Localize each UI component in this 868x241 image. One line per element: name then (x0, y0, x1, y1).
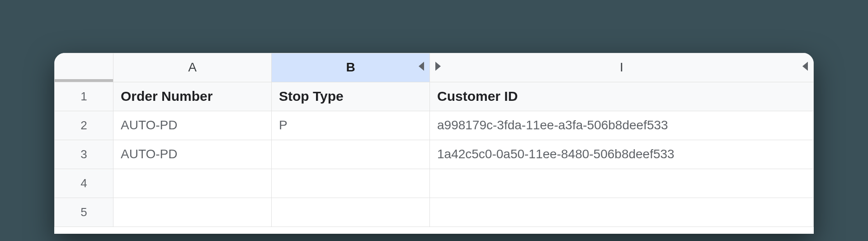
header-cell-customer-id[interactable]: Customer ID (430, 82, 814, 111)
spreadsheet-grid: A B I 1 Order Number Stop Type Customer … (54, 53, 814, 227)
header-cell-order-number[interactable]: Order Number (113, 82, 272, 111)
cell-a2[interactable]: AUTO-PD (113, 111, 272, 140)
collapse-left-icon[interactable] (419, 62, 424, 73)
cell-i3[interactable]: 1a42c5c0-0a50-11ee-8480-506b8deef533 (430, 140, 814, 169)
cell-i4[interactable] (430, 169, 814, 198)
cell-b2[interactable]: P (272, 111, 430, 140)
column-header-i-label: I (620, 60, 623, 74)
row-header-1[interactable]: 1 (55, 82, 113, 111)
header-cell-stop-type[interactable]: Stop Type (272, 82, 430, 111)
row-header-4[interactable]: 4 (55, 169, 113, 198)
cell-i2[interactable]: a998179c-3fda-11ee-a3fa-506b8deef533 (430, 111, 814, 140)
cell-b5[interactable] (272, 198, 430, 227)
cell-a4[interactable] (113, 169, 272, 198)
select-all-corner[interactable] (55, 53, 113, 82)
column-header-i[interactable]: I (430, 53, 814, 82)
cell-b4[interactable] (272, 169, 430, 198)
cell-a3[interactable]: AUTO-PD (113, 140, 272, 169)
expand-right-icon[interactable] (435, 62, 441, 73)
cell-i5[interactable] (430, 198, 814, 227)
spreadsheet-window: A B I 1 Order Number Stop Type Customer … (54, 53, 814, 234)
column-header-a[interactable]: A (113, 53, 272, 82)
column-header-b[interactable]: B (272, 53, 430, 82)
cell-b3[interactable] (272, 140, 430, 169)
row-header-5[interactable]: 5 (55, 198, 113, 227)
column-header-b-label: B (346, 60, 355, 74)
row-header-2[interactable]: 2 (55, 111, 113, 140)
row-header-3[interactable]: 3 (55, 140, 113, 169)
collapse-left-icon[interactable] (802, 62, 808, 73)
cell-a5[interactable] (113, 198, 272, 227)
